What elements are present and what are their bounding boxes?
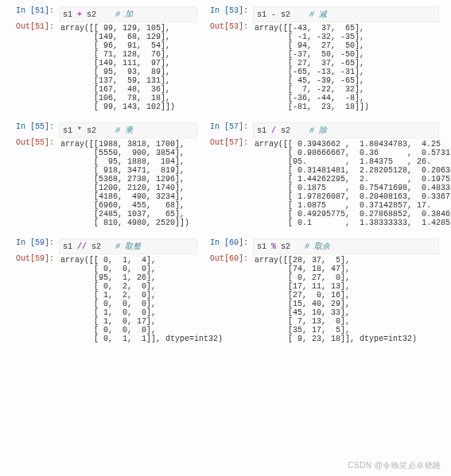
in-line-59: In [59]: s1 // s2 # 取整 [6, 238, 197, 254]
out-prompt-53: Out[53]: [200, 22, 253, 31]
out-text-59: array([[ 0, 1, 4], [ 0, 0, 0], [95, 1, 2… [59, 254, 224, 345]
cell-57: In [57]: s1 / s2 # 除 Out[57]: array([[ 0… [200, 122, 439, 229]
out-line-51: Out[51]: array([[ 99, 129, 105], [149, 6… [6, 22, 197, 113]
in-prompt-60: In [60]: [200, 238, 253, 247]
cell-60: In [60]: s1 % s2 # 取余 Out[60]: array([[2… [200, 238, 439, 345]
in-line-53: In [53]: s1 - s2 # 减 [200, 6, 439, 22]
in-line-57: In [57]: s1 / s2 # 除 [200, 122, 439, 138]
in-line-55: In [55]: s1 * s2 # 乘 [6, 122, 197, 138]
out-prompt-57: Out[57]: [200, 138, 253, 147]
out-text-53: array([[-43, 37, 65], [ -1, -32, -35], [… [253, 22, 439, 113]
out-text-55: array([[1988, 3818, 1700], [5550, 900, 3… [59, 138, 197, 229]
cell-53: In [53]: s1 - s2 # 减 Out[53]: array([[-4… [200, 6, 439, 113]
out-line-60: Out[60]: array([[28, 37, 5], [74, 18, 47… [200, 254, 439, 345]
out-prompt-55: Out[55]: [6, 138, 59, 147]
in-prompt-57: In [57]: [200, 122, 253, 131]
out-prompt-59: Out[59]: [6, 254, 59, 263]
out-text-60: array([[28, 37, 5], [74, 18, 47], [ 0, 2… [253, 254, 439, 345]
in-line-51: In [51]: s1 + s2 # 加 [6, 6, 197, 22]
code-55[interactable]: s1 * s2 # 乘 [59, 122, 197, 138]
in-prompt-55: In [55]: [6, 122, 59, 131]
code-60[interactable]: s1 % s2 # 取余 [253, 238, 439, 254]
in-prompt-53: In [53]: [200, 6, 253, 15]
cell-55: In [55]: s1 * s2 # 乘 Out[55]: array([[19… [6, 122, 197, 229]
out-line-57: Out[57]: array([[ 0.3943662 , 1.80434783… [200, 138, 439, 229]
code-53[interactable]: s1 - s2 # 减 [253, 6, 439, 22]
out-line-59: Out[59]: array([[ 0, 1, 4], [ 0, 0, 0], … [6, 254, 197, 345]
notebook-grid: In [51]: s1 + s2 # 加 Out[51]: array([[ 9… [6, 6, 445, 351]
code-51[interactable]: s1 + s2 # 加 [59, 6, 197, 22]
code-59[interactable]: s1 // s2 # 取整 [59, 238, 197, 254]
out-text-57: array([[ 0.3943662 , 1.80434783, 4.25 ],… [253, 138, 451, 229]
cell-51: In [51]: s1 + s2 # 加 Out[51]: array([[ 9… [6, 6, 197, 113]
out-line-53: Out[53]: array([[-43, 37, 65], [ -1, -32… [200, 22, 439, 113]
out-prompt-51: Out[51]: [6, 22, 59, 31]
in-prompt-59: In [59]: [6, 238, 59, 247]
out-line-55: Out[55]: array([[1988, 3818, 1700], [555… [6, 138, 197, 229]
out-text-51: array([[ 99, 129, 105], [149, 68, 129], … [59, 22, 197, 113]
cell-59: In [59]: s1 // s2 # 取整 Out[59]: array([[… [6, 238, 197, 345]
in-prompt-51: In [51]: [6, 6, 59, 15]
code-57[interactable]: s1 / s2 # 除 [253, 122, 439, 138]
in-line-60: In [60]: s1 % s2 # 取余 [200, 238, 439, 254]
out-prompt-60: Out[60]: [200, 254, 253, 263]
